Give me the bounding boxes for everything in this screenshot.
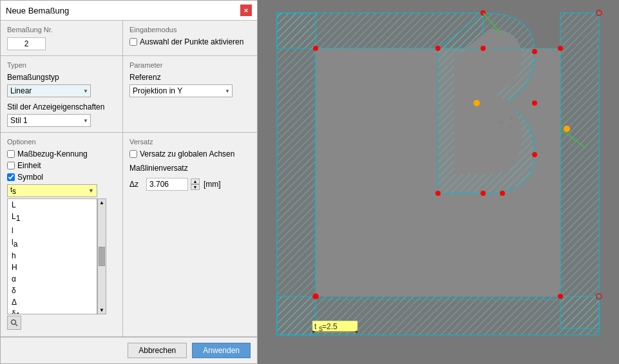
svg-point-22 xyxy=(532,152,537,157)
scroll-up-arrow[interactable]: ▲ xyxy=(99,200,104,206)
cancel-button[interactable]: Abbrechen xyxy=(128,343,187,358)
svg-text:×: × xyxy=(595,39,600,48)
optionen-section: Optionen Maßbezug-Kennung Einheit Symbol xyxy=(1,133,123,336)
parameter-section: Parameter Referenz Projektion in Y xyxy=(123,56,257,132)
typen-label: Typen xyxy=(7,61,116,69)
bemassungnr-input[interactable] xyxy=(7,37,46,50)
spin-buttons: ▲ ▼ xyxy=(191,178,200,190)
svg-point-28 xyxy=(564,126,570,132)
svg-point-19 xyxy=(435,46,441,51)
dropdown-item-L[interactable]: L xyxy=(8,199,97,211)
referenz-select[interactable]: Projektion in Y xyxy=(129,84,233,97)
dropdown-item-alpha[interactable]: α xyxy=(8,273,97,285)
eingabemodus-section: Eingabemodus Auswahl der Punkte aktivier… xyxy=(123,21,257,55)
bemassungnr-label: Bemaßung Nr. xyxy=(7,26,116,34)
stil-select-wrapper: Stil 1 xyxy=(7,114,91,127)
spin-down-button[interactable]: ▼ xyxy=(191,184,200,190)
versatz-label: Versatz xyxy=(129,138,251,146)
dropdown-item-delta1[interactable]: δ1 xyxy=(8,308,97,314)
symbol-input-display[interactable]: ts ▼ xyxy=(7,184,97,197)
versatz-checkbox[interactable] xyxy=(129,150,137,158)
svg-text:×: × xyxy=(595,287,600,296)
svg-text:×: × xyxy=(499,119,504,128)
typen-section: Typen Bemaßungstyp Linear Stil der Anzei… xyxy=(1,56,123,132)
linear-select[interactable]: Linear xyxy=(7,84,91,97)
versatz-checkbox-label[interactable]: Versatz zu globalen Achsen xyxy=(129,149,251,158)
dropdown-scrollbar[interactable]: ▲ ▼ xyxy=(97,198,106,314)
symbol-area: ts ▼ L L1 l la h H α δ xyxy=(7,184,116,330)
top-row: Bemaßung Nr. Eingabemodus Auswahl der Pu… xyxy=(1,21,257,56)
delta-z-label: Δz xyxy=(129,180,142,189)
svg-text:×: × xyxy=(312,287,316,296)
svg-text:×: × xyxy=(557,287,561,296)
svg-text:×: × xyxy=(509,114,513,123)
bemassungnr-section: Bemaßung Nr. xyxy=(1,21,123,55)
bottom-row: Optionen Maßbezug-Kennung Einheit Symbol xyxy=(1,133,257,337)
dropdown-item-Delta[interactable]: Δ xyxy=(8,296,97,308)
versatz-checkbox-text: Versatz zu globalen Achsen xyxy=(140,149,234,158)
svg-rect-5 xyxy=(277,13,316,335)
close-button[interactable]: × xyxy=(240,5,252,16)
symbol-label[interactable]: Symbol xyxy=(7,173,116,182)
cad-view: × × × × × × × × t s =2.5 xyxy=(258,0,619,364)
svg-point-12 xyxy=(481,46,486,51)
massbezug-label[interactable]: Maßbezug-Kennung xyxy=(7,149,116,158)
punkte-aktivieren-label[interactable]: Auswahl der Punkte aktivieren xyxy=(129,37,251,46)
dialog-title: Neue Bemaßung xyxy=(6,6,69,15)
punkte-aktivieren-text: Auswahl der Punkte aktivieren xyxy=(140,37,243,46)
referenz-label-text: Referenz xyxy=(129,73,251,82)
scroll-thumb[interactable] xyxy=(99,247,105,266)
svg-point-27 xyxy=(473,100,480,106)
symbol-dropdown-container: L L1 l la h H α δ Δ δ1 ▲ xyxy=(7,198,116,314)
svg-text:=2.5: =2.5 xyxy=(322,322,338,331)
massbezug-text: Maßbezug-Kennung xyxy=(17,149,88,158)
dropdown-item-L1[interactable]: L1 xyxy=(8,211,97,224)
eingabemodus-label: Eingabemodus xyxy=(129,26,251,34)
delta-z-input[interactable] xyxy=(146,178,188,191)
svg-point-21 xyxy=(532,101,537,106)
versatz-section: Versatz Versatz zu globalen Achsen Maßli… xyxy=(123,133,257,336)
svg-point-20 xyxy=(532,49,537,54)
linear-select-wrapper: Linear xyxy=(7,84,91,97)
dropdown-item-l[interactable]: l xyxy=(8,225,97,236)
einheit-text: Einheit xyxy=(17,161,41,170)
symbol-checkbox[interactable] xyxy=(7,173,15,181)
einheit-checkbox[interactable] xyxy=(7,162,15,169)
dialog-panel: Neue Bemaßung × Bemaßung Nr. Eingabemodu… xyxy=(0,0,258,364)
svg-point-24 xyxy=(435,191,441,196)
svg-point-23 xyxy=(500,191,505,196)
scroll-down-arrow[interactable]: ▼ xyxy=(99,307,104,313)
dropdown-item-la[interactable]: la xyxy=(8,236,97,250)
stil-select[interactable]: Stil 1 xyxy=(7,114,91,127)
einheit-label[interactable]: Einheit xyxy=(7,161,116,170)
apply-button[interactable]: Anwenden xyxy=(192,343,251,358)
dialog-body: Bemaßung Nr. Eingabemodus Auswahl der Pu… xyxy=(1,21,257,363)
symbol-text: Symbol xyxy=(17,173,43,182)
stil-label-text: Stil der Anzeigeigenschaften xyxy=(7,102,116,111)
parameter-label: Parameter xyxy=(129,61,251,69)
symbol-dropdown[interactable]: L L1 l la h H α δ Δ δ1 xyxy=(7,198,97,314)
search-button[interactable] xyxy=(7,316,21,330)
bemassungstyp-label-text: Bemaßungstyp xyxy=(7,73,116,82)
cad-svg: × × × × × × × × t s =2.5 xyxy=(258,0,619,364)
optionen-label: Optionen xyxy=(7,138,116,146)
svg-point-0 xyxy=(12,320,16,325)
versatz-content: Maßlinienversatz Δz ▲ ▼ [mm] xyxy=(129,164,251,191)
svg-rect-7 xyxy=(560,13,599,329)
svg-point-26 xyxy=(481,191,486,196)
massbezug-checkbox[interactable] xyxy=(7,150,15,158)
referenz-select-wrapper: Projektion in Y xyxy=(129,84,233,97)
masslinie-label: Maßlinienversatz xyxy=(129,164,251,173)
dropdown-item-H[interactable]: H xyxy=(8,262,97,273)
punkte-aktivieren-checkbox[interactable] xyxy=(129,38,137,46)
svg-point-13 xyxy=(558,46,563,51)
svg-line-1 xyxy=(15,324,17,326)
search-icon xyxy=(10,319,18,327)
svg-text:×: × xyxy=(508,123,512,132)
symbol-dropdown-arrow: ▼ xyxy=(88,187,94,194)
dropdown-item-delta[interactable]: δ xyxy=(8,285,97,296)
spin-up-button[interactable]: ▲ xyxy=(191,178,200,184)
dropdown-item-h[interactable]: h xyxy=(8,250,97,262)
versatz-unit: [mm] xyxy=(204,180,221,189)
symbol-value-display: ts xyxy=(10,186,16,196)
